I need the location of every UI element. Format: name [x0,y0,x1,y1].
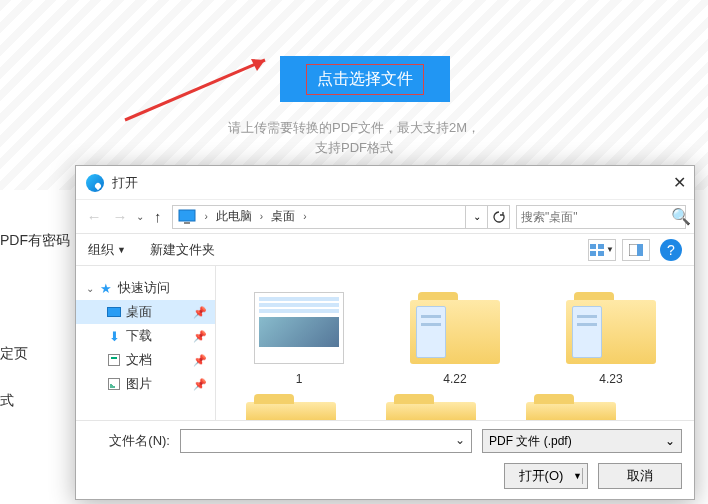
breadcrumb-dropdown-icon[interactable]: ⌄ [465,206,487,228]
search-icon[interactable]: 🔍 [671,207,687,226]
refresh-icon[interactable] [487,206,509,228]
pin-icon: 📌 [193,354,207,367]
file-item[interactable]: 1 [246,292,352,386]
svg-rect-9 [637,244,643,256]
filetype-label: PDF 文件 (.pdf) [489,433,665,450]
dialog-nav-row: ← → ⌄ ↑ › 此电脑 › 桌面 › ⌄ 🔍 [76,200,694,234]
tree-label: 快速访问 [118,279,170,297]
svg-rect-4 [590,244,596,249]
new-folder-button[interactable]: 新建文件夹 [150,241,215,259]
file-thumbnail-icon [254,292,344,364]
search-input[interactable]: 🔍 [516,205,686,229]
app-logo-icon [86,174,104,192]
thumbnails-icon [590,244,604,256]
page-text-fragment: 定页 [0,345,28,363]
file-grid: 1 4.22 4.23 [216,266,694,420]
search-field[interactable] [521,210,671,224]
file-item[interactable]: 4.22 [402,292,508,386]
close-icon[interactable]: ✕ [656,173,686,192]
star-icon: ★ [98,280,114,296]
svg-rect-5 [598,244,604,249]
folder-icon [566,292,656,364]
dialog-title: 打开 [112,174,656,192]
view-mode-button[interactable]: ▼ [588,239,616,261]
chevron-down-icon: ⌄ [665,434,675,448]
svg-rect-6 [590,251,596,256]
upload-hint: 请上传需要转换的PDF文件，最大支持2M， 支持PDF格式 [0,118,708,158]
file-row-partial [246,402,664,420]
monitor-icon [177,207,197,227]
tree-item-pictures[interactable]: 图片 📌 [76,372,215,396]
chevron-right-icon[interactable]: › [256,211,267,222]
svg-rect-3 [184,222,190,224]
pin-icon: 📌 [193,306,207,319]
dialog-titlebar: 打开 ✕ [76,166,694,200]
folder-icon[interactable] [386,402,476,420]
svg-rect-7 [598,251,604,256]
preview-icon [629,244,643,256]
tree-label: 图片 [126,375,152,393]
nav-up-icon[interactable]: ↑ [150,208,166,225]
file-name: 4.22 [402,372,508,386]
preview-pane-button[interactable] [622,239,650,261]
cancel-button[interactable]: 取消 [598,463,682,489]
chevron-right-icon[interactable]: › [201,211,212,222]
file-name: 1 [246,372,352,386]
nav-tree: ⌄ ★ 快速访问 桌面 📌 ⬇ 下载 📌 文档 📌 图片 [76,266,216,420]
document-icon [108,354,120,366]
filename-input[interactable] [180,429,472,453]
chevron-down-icon[interactable]: ▼ [573,471,582,481]
nav-forward-icon[interactable]: → [110,208,130,225]
dialog-toolbar: 组织▼ 新建文件夹 ▼ ? [76,234,694,266]
folder-icon [410,292,500,364]
tree-item-desktop[interactable]: 桌面 📌 [76,300,215,324]
open-button[interactable]: 打开(O) ▼ [504,463,588,489]
breadcrumb-item[interactable]: 桌面 [267,208,299,225]
tree-label: 文档 [126,351,152,369]
tree-label: 桌面 [126,303,152,321]
chevron-right-icon[interactable]: › [299,211,310,222]
dialog-footer: 文件名(N): PDF 文件 (.pdf) ⌄ 打开(O) ▼ 取消 [76,420,694,499]
tree-item-downloads[interactable]: ⬇ 下载 📌 [76,324,215,348]
select-file-label: 点击选择文件 [306,64,424,95]
breadcrumb[interactable]: › 此电脑 › 桌面 › ⌄ [172,205,511,229]
select-file-button[interactable]: 点击选择文件 [280,56,450,102]
organize-button[interactable]: 组织▼ [88,241,126,259]
filename-label: 文件名(N): [88,432,170,450]
desktop-icon [107,307,121,317]
filetype-select[interactable]: PDF 文件 (.pdf) ⌄ [482,429,682,453]
page-text-fragment: PDF有密码 [0,232,70,250]
file-item[interactable]: 4.23 [558,292,664,386]
open-button-label: 打开(O) [519,467,564,485]
help-icon[interactable]: ? [660,239,682,261]
nav-back-icon[interactable]: ← [84,208,104,225]
pin-icon: 📌 [193,378,207,391]
download-icon: ⬇ [106,328,122,344]
file-name: 4.23 [558,372,664,386]
picture-icon [108,378,120,390]
nav-history-icon[interactable]: ⌄ [136,211,144,222]
tree-item-documents[interactable]: 文档 📌 [76,348,215,372]
pin-icon: 📌 [193,330,207,343]
file-open-dialog: 打开 ✕ ← → ⌄ ↑ › 此电脑 › 桌面 › ⌄ 🔍 组织▼ 新建文件夹 [75,165,695,500]
svg-rect-2 [179,210,195,221]
breadcrumb-item[interactable]: 此电脑 [212,208,256,225]
tree-quick-access[interactable]: ⌄ ★ 快速访问 [76,276,215,300]
folder-icon[interactable] [246,402,336,420]
page-text-fragment: 式 [0,392,14,410]
tree-label: 下载 [126,327,152,345]
folder-icon[interactable] [526,402,616,420]
cancel-button-label: 取消 [627,467,653,485]
